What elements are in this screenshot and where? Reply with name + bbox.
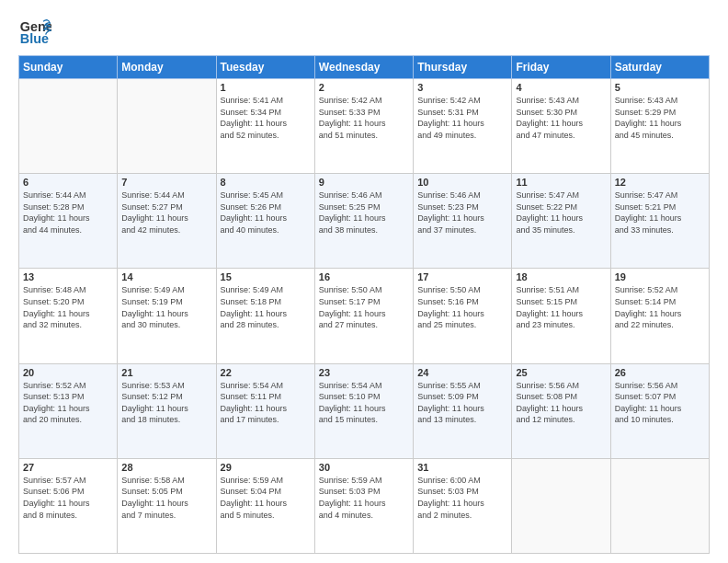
day-info: Sunrise: 5:52 AM Sunset: 5:14 PM Dayligh… — [615, 284, 705, 330]
day-number: 5 — [615, 82, 705, 93]
day-number: 29 — [221, 462, 311, 473]
calendar-cell: 5Sunrise: 5:43 AM Sunset: 5:29 PM Daylig… — [610, 79, 709, 174]
day-info: Sunrise: 5:44 AM Sunset: 5:28 PM Dayligh… — [23, 190, 113, 236]
day-info: Sunrise: 5:42 AM Sunset: 5:33 PM Dayligh… — [319, 95, 409, 141]
page: General Blue SundayMondayTuesdayWednesda… — [0, 0, 728, 563]
day-info: Sunrise: 5:58 AM Sunset: 5:05 PM Dayligh… — [121, 475, 211, 521]
day-number: 11 — [516, 177, 606, 188]
calendar-cell — [19, 79, 118, 174]
day-info: Sunrise: 5:43 AM Sunset: 5:30 PM Dayligh… — [516, 95, 606, 141]
calendar-cell: 4Sunrise: 5:43 AM Sunset: 5:30 PM Daylig… — [512, 79, 610, 174]
calendar-cell: 6Sunrise: 5:44 AM Sunset: 5:28 PM Daylig… — [19, 174, 118, 269]
calendar-cell: 10Sunrise: 5:46 AM Sunset: 5:23 PM Dayli… — [414, 174, 512, 269]
day-info: Sunrise: 5:52 AM Sunset: 5:13 PM Dayligh… — [23, 380, 113, 426]
day-number: 20 — [23, 367, 113, 378]
day-info: Sunrise: 5:51 AM Sunset: 5:15 PM Dayligh… — [516, 284, 606, 330]
calendar-cell: 9Sunrise: 5:46 AM Sunset: 5:25 PM Daylig… — [314, 174, 413, 269]
day-number: 30 — [319, 462, 409, 473]
calendar-cell: 13Sunrise: 5:48 AM Sunset: 5:20 PM Dayli… — [19, 269, 118, 363]
day-number: 7 — [121, 177, 211, 188]
day-info: Sunrise: 5:54 AM Sunset: 5:10 PM Dayligh… — [319, 380, 409, 426]
day-number: 25 — [516, 367, 606, 378]
day-number: 18 — [516, 271, 606, 282]
calendar-cell — [610, 458, 709, 553]
day-number: 10 — [417, 177, 507, 188]
calendar-cell: 28Sunrise: 5:58 AM Sunset: 5:05 PM Dayli… — [118, 458, 216, 553]
day-info: Sunrise: 5:43 AM Sunset: 5:29 PM Dayligh… — [615, 95, 705, 141]
day-header-wednesday: Wednesday — [314, 56, 413, 79]
day-number: 22 — [221, 367, 311, 378]
day-info: Sunrise: 5:56 AM Sunset: 5:07 PM Dayligh… — [615, 380, 705, 426]
day-info: Sunrise: 5:59 AM Sunset: 5:04 PM Dayligh… — [221, 475, 311, 521]
day-number: 23 — [319, 367, 409, 378]
calendar-cell — [118, 79, 216, 174]
day-number: 31 — [417, 462, 507, 473]
calendar-cell: 26Sunrise: 5:56 AM Sunset: 5:07 PM Dayli… — [610, 363, 709, 458]
day-header-sunday: Sunday — [19, 56, 118, 79]
day-info: Sunrise: 5:50 AM Sunset: 5:17 PM Dayligh… — [319, 284, 409, 330]
calendar-cell: 29Sunrise: 5:59 AM Sunset: 5:04 PM Dayli… — [216, 458, 314, 553]
day-info: Sunrise: 5:45 AM Sunset: 5:26 PM Dayligh… — [221, 190, 311, 236]
day-info: Sunrise: 5:47 AM Sunset: 5:21 PM Dayligh… — [615, 190, 705, 236]
calendar-cell: 1Sunrise: 5:41 AM Sunset: 5:34 PM Daylig… — [216, 79, 314, 174]
day-info: Sunrise: 5:46 AM Sunset: 5:23 PM Dayligh… — [417, 190, 507, 236]
calendar-cell: 18Sunrise: 5:51 AM Sunset: 5:15 PM Dayli… — [512, 269, 610, 363]
day-info: Sunrise: 5:47 AM Sunset: 5:22 PM Dayligh… — [516, 190, 606, 236]
calendar-cell: 11Sunrise: 5:47 AM Sunset: 5:22 PM Dayli… — [512, 174, 610, 269]
day-number: 15 — [221, 271, 311, 282]
calendar-cell: 15Sunrise: 5:49 AM Sunset: 5:18 PM Dayli… — [216, 269, 314, 363]
calendar-cell: 12Sunrise: 5:47 AM Sunset: 5:21 PM Dayli… — [610, 174, 709, 269]
day-info: Sunrise: 5:44 AM Sunset: 5:27 PM Dayligh… — [121, 190, 211, 236]
calendar-cell: 25Sunrise: 5:56 AM Sunset: 5:08 PM Dayli… — [512, 363, 610, 458]
day-number: 3 — [417, 82, 507, 93]
day-info: Sunrise: 5:46 AM Sunset: 5:25 PM Dayligh… — [319, 190, 409, 236]
calendar-cell: 3Sunrise: 5:42 AM Sunset: 5:31 PM Daylig… — [414, 79, 512, 174]
calendar-cell: 8Sunrise: 5:45 AM Sunset: 5:26 PM Daylig… — [216, 174, 314, 269]
calendar-cell: 24Sunrise: 5:55 AM Sunset: 5:09 PM Dayli… — [414, 363, 512, 458]
day-info: Sunrise: 5:59 AM Sunset: 5:03 PM Dayligh… — [319, 475, 409, 521]
day-header-saturday: Saturday — [610, 56, 709, 79]
logo: General Blue — [18, 15, 51, 48]
calendar-cell: 20Sunrise: 5:52 AM Sunset: 5:13 PM Dayli… — [19, 363, 118, 458]
day-number: 28 — [121, 462, 211, 473]
day-number: 9 — [319, 177, 409, 188]
day-info: Sunrise: 5:49 AM Sunset: 5:18 PM Dayligh… — [221, 284, 311, 330]
day-number: 19 — [615, 271, 705, 282]
day-number: 27 — [23, 462, 113, 473]
day-info: Sunrise: 5:55 AM Sunset: 5:09 PM Dayligh… — [417, 380, 507, 426]
day-header-monday: Monday — [118, 56, 216, 79]
day-info: Sunrise: 5:57 AM Sunset: 5:06 PM Dayligh… — [23, 475, 113, 521]
day-header-friday: Friday — [512, 56, 610, 79]
day-number: 21 — [121, 367, 211, 378]
calendar-cell: 22Sunrise: 5:54 AM Sunset: 5:11 PM Dayli… — [216, 363, 314, 458]
day-number: 4 — [516, 82, 606, 93]
calendar-cell: 14Sunrise: 5:49 AM Sunset: 5:19 PM Dayli… — [118, 269, 216, 363]
calendar-cell — [512, 458, 610, 553]
day-info: Sunrise: 5:56 AM Sunset: 5:08 PM Dayligh… — [516, 380, 606, 426]
calendar-cell: 21Sunrise: 5:53 AM Sunset: 5:12 PM Dayli… — [118, 363, 216, 458]
day-number: 26 — [615, 367, 705, 378]
day-number: 24 — [417, 367, 507, 378]
day-info: Sunrise: 5:49 AM Sunset: 5:19 PM Dayligh… — [121, 284, 211, 330]
day-number: 14 — [121, 271, 211, 282]
day-info: Sunrise: 5:53 AM Sunset: 5:12 PM Dayligh… — [121, 380, 211, 426]
day-info: Sunrise: 5:48 AM Sunset: 5:20 PM Dayligh… — [23, 284, 113, 330]
day-header-tuesday: Tuesday — [216, 56, 314, 79]
day-info: Sunrise: 5:54 AM Sunset: 5:11 PM Dayligh… — [221, 380, 311, 426]
day-info: Sunrise: 5:42 AM Sunset: 5:31 PM Dayligh… — [417, 95, 507, 141]
svg-text:Blue: Blue — [20, 31, 49, 46]
day-number: 13 — [23, 271, 113, 282]
logo-icon: General Blue — [18, 15, 51, 48]
day-info: Sunrise: 5:41 AM Sunset: 5:34 PM Dayligh… — [221, 95, 311, 141]
calendar-cell: 30Sunrise: 5:59 AM Sunset: 5:03 PM Dayli… — [314, 458, 413, 553]
calendar-cell: 7Sunrise: 5:44 AM Sunset: 5:27 PM Daylig… — [118, 174, 216, 269]
day-number: 16 — [319, 271, 409, 282]
calendar-cell: 17Sunrise: 5:50 AM Sunset: 5:16 PM Dayli… — [414, 269, 512, 363]
day-number: 8 — [221, 177, 311, 188]
calendar-cell: 16Sunrise: 5:50 AM Sunset: 5:17 PM Dayli… — [314, 269, 413, 363]
day-number: 6 — [23, 177, 113, 188]
calendar-cell: 31Sunrise: 6:00 AM Sunset: 5:03 PM Dayli… — [414, 458, 512, 553]
calendar-cell: 2Sunrise: 5:42 AM Sunset: 5:33 PM Daylig… — [314, 79, 413, 174]
day-number: 2 — [319, 82, 409, 93]
day-number: 1 — [221, 82, 311, 93]
